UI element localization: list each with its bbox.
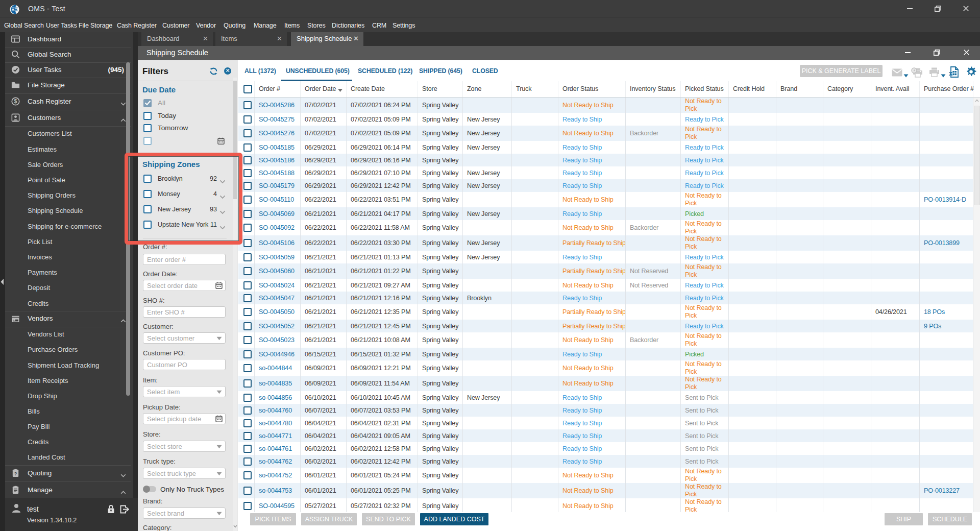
- svg-text:?: ?: [14, 471, 17, 476]
- svg-text:$: $: [14, 99, 17, 104]
- svg-text:x: x: [949, 69, 953, 77]
